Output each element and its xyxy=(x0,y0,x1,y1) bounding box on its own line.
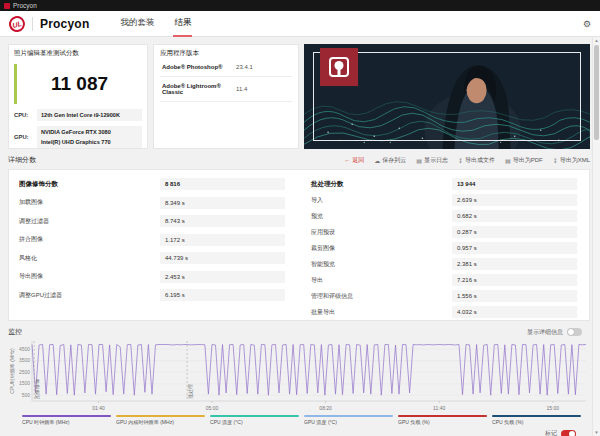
toolbar-button-导出为XML[interactable]: ↧导出为XML xyxy=(553,156,590,165)
metric-value: 2.639 s xyxy=(452,194,577,206)
retouch-score-label: 图像修饰分数 xyxy=(19,180,160,189)
markers-toggle[interactable] xyxy=(561,430,576,436)
svg-text:11:40: 11:40 xyxy=(433,405,445,411)
toolbar-button-label: 导出成文件 xyxy=(465,156,495,165)
legend-label: CPU 负载 (%) xyxy=(492,419,574,425)
metric-value: 44.739 s xyxy=(160,252,285,264)
markers-toggle-label: 标记 xyxy=(545,429,557,436)
version-rows: Adobe® Photoshop®23.4.1Adobe® Lightroom®… xyxy=(160,58,292,102)
toolbar-button-label: 导出为PDF xyxy=(513,156,543,165)
main-content: 照片编辑基准测试分数 11 087 CPU: 12th Gen Intel Co… xyxy=(0,37,600,436)
scrollbar-down-arrow-icon[interactable]: ▼ xyxy=(593,430,600,435)
svg-text:批处理: 批处理 xyxy=(187,384,194,399)
legend-swatch xyxy=(492,415,581,417)
toolbar-button-导出成文件[interactable]: ↧导出成文件 xyxy=(458,156,495,165)
legend-item: GPU 温度 (°C) xyxy=(304,415,393,426)
batch-processing-column: 批处理分数 13 944 导入2.639 s预览0.682 s应用预设0.287… xyxy=(311,178,577,316)
metric-value: 1.172 s xyxy=(160,234,285,246)
app-version: 11.4 xyxy=(236,86,290,92)
table-row: 图像修饰分数 8 816 xyxy=(19,178,285,190)
toolbar-items: ☁保存到云▤显示日志↧导出成文件▤导出为PDF↧导出为XML xyxy=(374,156,590,165)
metric-value: 7.216 s xyxy=(452,274,577,286)
metric-label: 风格化 xyxy=(19,254,160,263)
table-row: 导出7.216 s xyxy=(311,274,577,286)
back-button-label: 返回 xyxy=(352,156,364,165)
gpu-row: GPU: NVIDIA GeForce RTX 3080 Intel(R) UH… xyxy=(14,126,142,148)
show-details-toggle[interactable] xyxy=(567,328,582,336)
score-card-title: 照片编辑基准测试分数 xyxy=(14,49,142,58)
svg-text:15:00: 15:00 xyxy=(547,405,560,411)
cpu-row: CPU: 12th Gen Intel Core i9-12900K xyxy=(14,109,142,121)
version-row: Adobe® Photoshop®23.4.1 xyxy=(160,58,292,77)
gpu-label: GPU: xyxy=(14,134,37,140)
scrollbar-up-arrow-icon[interactable]: ▲ xyxy=(593,38,600,43)
tab-my-suites[interactable]: 我的套装 xyxy=(119,11,155,37)
legend-item: CPU 负载 (%) xyxy=(492,415,581,426)
metric-label: 智能预览 xyxy=(311,260,452,269)
table-row: 风格化44.739 s xyxy=(19,252,285,264)
toolbar-button-保存到云[interactable]: ☁保存到云 xyxy=(374,156,406,165)
toolbar-button-导出为PDF[interactable]: ▤导出为PDF xyxy=(505,156,543,165)
svg-text:01:40: 01:40 xyxy=(92,405,105,411)
detailed-scores-card: 图像修饰分数 8 816 加载图像8.349 s调整过滤器8.743 s拼合图像… xyxy=(8,169,590,321)
table-row: 裁剪图像0.957 s xyxy=(311,242,577,254)
app-versions-card: 应用程序版本 Adobe® Photoshop®23.4.1Adobe® Lig… xyxy=(153,44,299,149)
table-row: 智能预览2.381 s xyxy=(311,258,577,270)
settings-gear-icon[interactable]: ⚙ xyxy=(583,19,591,29)
window-titlebar: Procyon xyxy=(0,0,600,11)
brand-title: Procyon xyxy=(40,17,89,31)
metric-label: 导入 xyxy=(311,196,452,205)
tab-results[interactable]: 结果 xyxy=(173,11,192,37)
version-row: Adobe® Lightroom® Classic11.4 xyxy=(160,77,292,102)
scrollbar-thumb[interactable] xyxy=(594,45,599,140)
image-retouching-column: 图像修饰分数 8 816 加载图像8.349 s调整过滤器8.743 s拼合图像… xyxy=(19,178,285,316)
metric-label: 批量导出 xyxy=(311,308,452,317)
table-row: 批量导出4.032 s xyxy=(311,306,577,318)
metric-label: 管理和评级信息 xyxy=(311,292,452,301)
retouch-score-value: 8 816 xyxy=(160,178,285,190)
hero-image xyxy=(304,44,590,149)
legend-label: CPU 温度 (°C) xyxy=(210,419,292,425)
gpu-value: NVIDIA GeForce RTX 3080 Intel(R) UHD Gra… xyxy=(37,126,142,148)
back-arrow-icon: ← xyxy=(344,157,350,163)
legend-label: GPU 负载 (%) xyxy=(398,419,480,425)
metric-value: 0.957 s xyxy=(452,242,577,254)
table-row: 预览0.682 s xyxy=(311,210,577,222)
gpu-value-2: Intel(R) UHD Graphics 770 xyxy=(41,139,138,145)
metric-label: 预览 xyxy=(311,212,452,221)
export-xml-icon: ↧ xyxy=(553,157,558,164)
svg-text:05:00: 05:00 xyxy=(206,405,219,411)
legend-item: CPU 时钟频率 (MHz) xyxy=(22,415,111,426)
metric-label: 导出 xyxy=(311,276,452,285)
svg-text:图像修饰: 图像修饰 xyxy=(34,379,41,399)
toolbar-button-显示日志[interactable]: ▤显示日志 xyxy=(416,156,448,165)
svg-text:500: 500 xyxy=(22,392,31,398)
app-header: UL Procyon 我的套装 结果 ⚙ xyxy=(0,11,600,37)
table-row: 加载图像8.349 s xyxy=(19,197,285,209)
metric-label: 裁剪图像 xyxy=(311,244,452,253)
legend-swatch xyxy=(210,415,299,417)
table-row: 管理和评级信息1.556 s xyxy=(311,290,577,302)
metric-value: 6.195 s xyxy=(160,289,285,301)
metric-value: 0.682 s xyxy=(452,210,577,222)
procyon-badge xyxy=(320,48,358,86)
app-icon xyxy=(4,3,10,9)
benchmark-score-card: 照片编辑基准测试分数 11 087 CPU: 12th Gen Intel Co… xyxy=(8,44,148,149)
show-details-toggle-label: 显示详细信息 xyxy=(527,328,563,337)
legend-label: CPU 时钟频率 (MHz) xyxy=(22,419,104,425)
ul-logo-icon: UL xyxy=(8,14,27,33)
toolbar-button-label: 保存到云 xyxy=(382,156,406,165)
overall-score: 11 087 xyxy=(17,64,142,104)
legend-label: GPU 内核时钟频率 (MHz) xyxy=(116,419,198,425)
nav-tabs: 我的套装 结果 xyxy=(119,11,192,37)
metric-value: 4.032 s xyxy=(452,306,577,318)
metric-label: 应用预设 xyxy=(311,228,452,237)
back-button[interactable]: ← 返回 xyxy=(344,156,364,165)
metric-value: 8.743 s xyxy=(160,215,285,227)
monitoring-chart: 5001500250035004500CPU时钟频率 (MHz)图像修饰批处理0… xyxy=(8,338,590,414)
export-file-icon: ↧ xyxy=(458,157,463,164)
vertical-scrollbar[interactable]: ▲ ▼ xyxy=(592,37,600,436)
svg-text:08:20: 08:20 xyxy=(319,405,332,411)
legend-swatch xyxy=(22,415,111,417)
metric-label: 导出图像 xyxy=(19,272,160,281)
